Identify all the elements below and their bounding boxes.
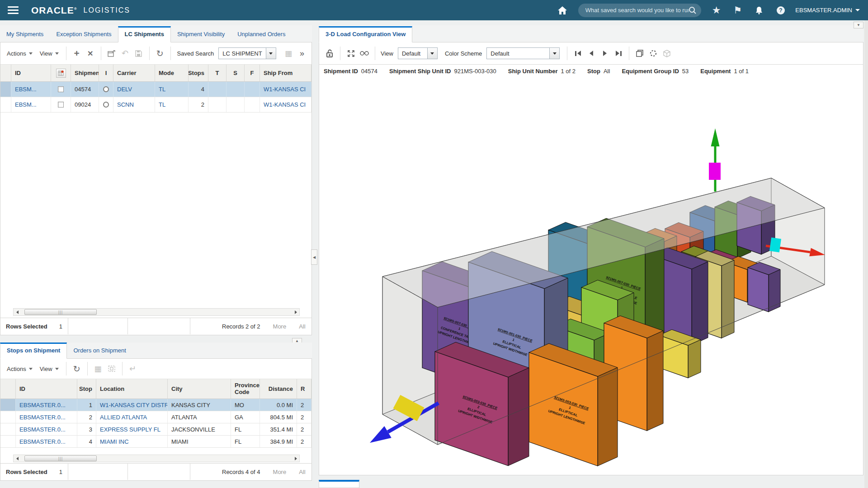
load3d-toolbar: View Default Color Scheme Default xyxy=(319,42,863,64)
scroll-left-icon[interactable] xyxy=(14,309,21,315)
color-scheme-dropdown[interactable]: Default xyxy=(486,47,560,59)
load3d-panel: View Default Color Scheme Default Shipme… xyxy=(319,42,863,475)
grid-view-icon[interactable]: ▦ xyxy=(91,362,105,375)
grid-view-icon[interactable]: ▦ xyxy=(282,47,295,60)
search-input[interactable] xyxy=(585,7,689,14)
shipments-footer: Rows Selected 1 Records 2 of 2 More All xyxy=(0,318,311,334)
refresh-icon[interactable]: ↻ xyxy=(70,362,84,375)
shipment-row[interactable]: EBSM... 04574 DELV TL 4 W1-KANSAS CI xyxy=(0,82,311,97)
overflow-chevrons-icon[interactable]: » xyxy=(295,47,309,60)
load3d-scene[interactable]: 921MS-007-030_PIECE1CONFERENCE TABLEUPRI… xyxy=(319,78,863,474)
delete-icon[interactable]: ✕ xyxy=(84,47,97,60)
stop-row[interactable]: EBSMASTER.0... 4 MIAMI INC MIAMI FL 384.… xyxy=(0,436,311,448)
search-icon[interactable] xyxy=(689,6,697,14)
detach-icon[interactable] xyxy=(105,362,118,375)
more-link[interactable]: More xyxy=(273,469,287,475)
actions-menu[interactable]: Actions xyxy=(3,363,36,375)
actions-menu[interactable]: Actions xyxy=(3,47,36,60)
user-menu[interactable]: EBSMASTER.ADMIN xyxy=(795,7,860,14)
saved-search-dropdown[interactable]: LC SHIPMENT xyxy=(218,47,276,59)
view-label: View xyxy=(381,50,393,57)
horizontal-scrollbar[interactable]: ||| xyxy=(13,455,300,462)
tab-shipment-visibility[interactable]: Shipment Visibility xyxy=(171,27,231,42)
stop-row[interactable]: EBSMASTER.0... 3 EXPRESS SUPPLY FL JACKS… xyxy=(0,423,311,436)
color-scheme-label: Color Scheme xyxy=(445,50,482,57)
lc-shipments-panel: Actions View + ✕ ↶ ↻ Saved Search LC SHI… xyxy=(0,42,312,335)
more-link[interactable]: More xyxy=(273,323,287,330)
shipment-row[interactable]: EBSM... 09024 SCNN TL 2 W1-KANSAS CI xyxy=(0,97,311,113)
hamburger-menu-icon[interactable] xyxy=(8,6,19,14)
all-link[interactable]: All xyxy=(299,323,305,330)
shipments-table-header: ID Shipment I Carrier Mode Stops T S F S… xyxy=(0,65,311,82)
save-icon[interactable] xyxy=(132,47,146,60)
add-icon[interactable]: + xyxy=(70,47,84,60)
saved-search-box[interactable] xyxy=(578,4,701,17)
3d-glasses-icon[interactable] xyxy=(358,47,371,60)
records-count: Records 4 of 4 xyxy=(222,469,260,475)
oracle-logo: ORACLE® xyxy=(31,5,77,16)
refresh-icon[interactable]: ↻ xyxy=(153,47,167,60)
unlock-icon[interactable] xyxy=(323,47,336,60)
cube-icon[interactable] xyxy=(660,47,674,60)
home-icon[interactable] xyxy=(557,6,567,15)
user-name: EBSMASTER.ADMIN xyxy=(795,7,852,14)
tab-stops-on-shipment[interactable]: Stops on Shipment xyxy=(0,343,67,359)
all-link[interactable]: All xyxy=(299,469,305,475)
indicator-radio[interactable] xyxy=(103,86,109,92)
bottom-tab-stub[interactable] xyxy=(319,480,359,488)
row-checkbox[interactable] xyxy=(58,86,64,92)
indicator-radio[interactable] xyxy=(103,102,109,108)
scroll-left-icon[interactable] xyxy=(14,455,21,462)
chevron-down-icon xyxy=(855,9,860,11)
chevron-down-icon[interactable] xyxy=(550,47,560,59)
view-menu[interactable]: View xyxy=(36,363,62,375)
app-header: ORACLE® LOGISTICS ★ ⚑ ? EBSMASTER.ADMIN xyxy=(0,0,868,20)
refresh-spinner-icon[interactable] xyxy=(646,47,660,60)
collapse-panel-right-icon[interactable]: ▼ xyxy=(854,22,863,28)
layers-icon[interactable] xyxy=(633,47,646,60)
first-icon[interactable] xyxy=(571,47,585,60)
rows-selected-label: Rows Selected xyxy=(6,323,47,330)
help-icon[interactable]: ? xyxy=(776,6,785,15)
stops-toolbar: Actions View ↻ ▦ ↵ xyxy=(0,359,311,379)
flag-icon[interactable]: ⚑ xyxy=(733,5,742,16)
scroll-right-icon[interactable] xyxy=(292,455,299,462)
load3d-canvas[interactable]: 921MS-007-030_PIECE1CONFERENCE TABLEUPRI… xyxy=(319,78,863,474)
tab-orders-on-shipment[interactable]: Orders on Shipment xyxy=(67,343,132,358)
stop-row[interactable]: EBSMASTER.0... 2 ALLIED ATLANTA ATLANTA … xyxy=(0,411,311,423)
tab-my-shipments[interactable]: My Shipments xyxy=(0,27,50,42)
go-to-icon[interactable]: ↵ xyxy=(126,362,140,375)
stops-panel: Actions View ↻ ▦ ↵ ID Stop Location City… xyxy=(0,359,312,481)
chevron-down-icon xyxy=(29,368,33,370)
detach-table-icon[interactable] xyxy=(105,47,118,60)
rows-selected-value: 1 xyxy=(59,469,62,475)
chevron-down-icon xyxy=(55,52,59,55)
svg-text:?: ? xyxy=(779,7,783,14)
undo-icon[interactable]: ↶ xyxy=(118,47,132,60)
chevron-down-icon[interactable] xyxy=(428,47,438,59)
stop-row[interactable]: EBSMASTER.0... 1 W1-KANSAS CITY DISTR...… xyxy=(0,399,311,411)
scrollbar-thumb[interactable]: ||| xyxy=(24,309,97,315)
favorites-star-icon[interactable]: ★ xyxy=(712,5,721,16)
previous-icon[interactable] xyxy=(585,47,598,60)
notifications-bell-icon[interactable] xyxy=(755,6,764,15)
view-dropdown[interactable]: Default xyxy=(398,47,438,59)
tab-lc-shipments[interactable]: LC Shipments xyxy=(118,26,171,42)
saved-search-label: Saved Search xyxy=(177,50,214,57)
row-checkbox[interactable] xyxy=(58,102,64,108)
fit-to-view-icon[interactable] xyxy=(344,47,358,60)
tab-3d-load-configuration-view[interactable]: 3-D Load Configuration View xyxy=(319,26,412,42)
last-icon[interactable] xyxy=(612,47,625,60)
map-pin-column-button[interactable] xyxy=(51,65,71,81)
view-menu[interactable]: View xyxy=(36,47,62,60)
horizontal-scrollbar[interactable]: ||| xyxy=(13,308,300,316)
map-pin-icon xyxy=(56,69,66,78)
scroll-right-icon[interactable] xyxy=(292,309,299,315)
tab-unplanned-orders[interactable]: Unplanned Orders xyxy=(231,27,292,42)
tab-exception-shipments[interactable]: Exception Shipments xyxy=(50,27,118,42)
shipments-tabstrip: My Shipments Exception Shipments LC Ship… xyxy=(0,25,312,42)
next-icon[interactable] xyxy=(598,47,612,60)
scrollbar-thumb[interactable]: ||| xyxy=(24,455,97,461)
chevron-down-icon[interactable] xyxy=(266,47,276,59)
splitter-collapse-left-icon[interactable]: ◀ xyxy=(311,249,317,265)
